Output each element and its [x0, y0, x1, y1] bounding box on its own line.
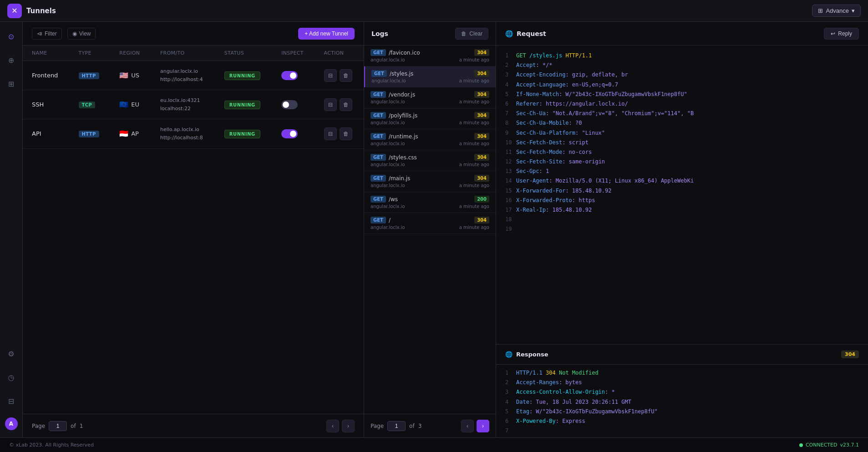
- toggle-switch[interactable]: [281, 100, 298, 109]
- topbar-left: ✕ Tunnels: [7, 4, 56, 18]
- request-header: 🌐 Request ↩ Reply: [496, 22, 868, 46]
- request-response-panel: 🌐 Request ↩ Reply 1GET /styles.js HTTP/1…: [496, 22, 868, 437]
- tunnel-delete-button[interactable]: 🗑: [340, 69, 352, 82]
- filter-button[interactable]: ⧏ Filter: [32, 28, 62, 40]
- code-line: 6Referer: https://angular.loclx.io/: [496, 99, 868, 109]
- avatar[interactable]: A: [5, 417, 18, 430]
- logs-next-button[interactable]: ›: [477, 420, 489, 432]
- tunnel-status-cell: RUNNING: [215, 119, 272, 148]
- response-code-line: 1HTTP/1.1 304 Not Modified: [496, 368, 868, 378]
- toggle-switch[interactable]: [281, 129, 298, 138]
- tunnels-next-button[interactable]: ›: [342, 420, 355, 432]
- tunnel-action-cell: ⊟ 🗑: [315, 90, 364, 119]
- code-line: 10Sec-Fetch-Dest: script: [496, 138, 868, 147]
- sidebar-item-globe[interactable]: ⊕: [4, 53, 19, 67]
- logs-panel: Logs 🗑 Clear GET /favicon.ico 304 angula…: [364, 22, 496, 437]
- tunnel-delete-button[interactable]: 🗑: [340, 98, 352, 111]
- view-button[interactable]: ◉ View: [67, 28, 96, 40]
- code-line: 14User-Agent: Mozilla/5.0 (X11; Linux x8…: [496, 176, 868, 186]
- table-row: API HTTP 🇮🇩 AP hello.ap.loclx.io http://…: [23, 119, 364, 148]
- advance-icon: ⊞: [818, 7, 823, 14]
- list-item[interactable]: GET /vendor.js 304 angular.loclx.io a mi…: [364, 87, 496, 108]
- code-line: 19: [496, 224, 868, 234]
- tunnel-name-cell: API: [23, 119, 70, 148]
- col-action: Action: [315, 46, 364, 61]
- tunnel-terminal-button[interactable]: ⊟: [324, 98, 337, 111]
- reply-button[interactable]: ↩ Reply: [824, 28, 859, 40]
- list-item[interactable]: GET /styles.js 304 angular.loclx.io a mi…: [364, 66, 496, 87]
- logs-total-pages: 3: [418, 423, 422, 429]
- tunnel-terminal-button[interactable]: ⊟: [324, 69, 337, 82]
- tunnels-page-input[interactable]: [49, 421, 67, 431]
- reply-icon: ↩: [831, 30, 835, 37]
- tunnel-inspect-cell[interactable]: [272, 61, 315, 90]
- col-fromto: From/To: [151, 46, 215, 61]
- logs-title: Logs: [371, 30, 388, 37]
- sidebar-item-grid[interactable]: ⊟: [4, 394, 19, 408]
- add-tunnel-button[interactable]: + Add new Tunnel: [298, 28, 355, 40]
- logs-list: GET /favicon.ico 304 angular.loclx.io a …: [364, 46, 496, 414]
- list-item[interactable]: GET /ws 200 angular.loclx.io a minute ag…: [364, 192, 496, 213]
- tunnel-fromto-cell: hello.ap.loclx.io http://localhost:8: [151, 119, 215, 148]
- tunnel-name-cell: Frontend: [23, 61, 70, 90]
- sidebar-item-settings[interactable]: ⚙: [4, 346, 19, 361]
- connected-label: CONNECTED: [806, 442, 838, 448]
- response-code-line: 6X-Powered-By: Express: [496, 416, 868, 426]
- tunnels-table: Name Type Region From/To Status Inspect …: [23, 46, 364, 149]
- col-type: Type: [70, 46, 111, 61]
- toggle-switch[interactable]: [281, 71, 298, 80]
- filter-icon: ⧏: [37, 30, 42, 37]
- tunnel-fromto-cell: eu.loclx.io:4321 localhost:22: [151, 90, 215, 119]
- sidebar-item-history[interactable]: ◷: [4, 370, 19, 385]
- tunnels-table-body: Frontend HTTP 🇺🇸 US angular.loclx.io htt…: [23, 61, 364, 149]
- chevron-down-icon: ▾: [852, 7, 855, 14]
- clear-icon: 🗑: [461, 30, 467, 37]
- advance-button[interactable]: ⊞ Advance ▾: [812, 5, 861, 17]
- bottom-bar: © xLab 2023. All Rights Reserved CONNECT…: [0, 437, 868, 452]
- list-item[interactable]: GET /styles.css 304 angular.loclx.io a m…: [364, 150, 496, 171]
- logs-pagination-nav: ‹ ›: [461, 420, 489, 432]
- list-item[interactable]: GET /main.js 304 angular.loclx.io a minu…: [364, 171, 496, 192]
- tunnel-status-cell: RUNNING: [215, 90, 272, 119]
- response-title-text: Response: [516, 351, 548, 358]
- topbar-right: ⊞ Advance ▾: [812, 5, 861, 17]
- sidebar: ⊙ ⊕ ⊞ ⚙ ◷ ⊟ A: [0, 22, 23, 437]
- col-region: Region: [110, 46, 151, 61]
- tunnel-inspect-cell[interactable]: [272, 90, 315, 119]
- table-row: Frontend HTTP 🇺🇸 US angular.loclx.io htt…: [23, 61, 364, 90]
- col-name: Name: [23, 46, 70, 61]
- connected-dot: [799, 443, 803, 447]
- code-line: 8Sec-Ch-Ua-Mobile: ?0: [496, 118, 868, 128]
- code-line: 9Sec-Ch-Ua-Platform: "Linux": [496, 128, 868, 138]
- tunnel-inspect-cell[interactable]: [272, 119, 315, 148]
- clear-button[interactable]: 🗑 Clear: [455, 28, 488, 40]
- page-label: Page: [32, 423, 45, 429]
- tunnels-pagination-nav: ‹ ›: [326, 420, 355, 432]
- sidebar-item-tunnels[interactable]: ⊙: [4, 29, 19, 44]
- list-item[interactable]: GET /favicon.ico 304 angular.loclx.io a …: [364, 46, 496, 66]
- logs-page-input[interactable]: [387, 421, 406, 431]
- code-line: 17X-Real-Ip: 185.48.10.92: [496, 205, 868, 215]
- list-item[interactable]: GET /polyfills.js 304 angular.loclx.io a…: [364, 108, 496, 129]
- logs-header: Logs 🗑 Clear: [364, 22, 496, 46]
- copyright-text: © xLab 2023. All Rights Reserved: [9, 442, 94, 448]
- view-icon: ◉: [72, 30, 77, 37]
- tunnels-prev-button[interactable]: ‹: [326, 420, 339, 432]
- tunnels-header-left: ⧏ Filter ◉ View: [32, 28, 96, 40]
- tunnel-delete-button[interactable]: 🗑: [340, 127, 352, 140]
- tunnels-header: ⧏ Filter ◉ View + Add new Tunnel: [23, 22, 364, 46]
- list-item[interactable]: GET / 304 angular.loclx.io a minute ago: [364, 213, 496, 234]
- tunnels-table-container: Name Type Region From/To Status Inspect …: [23, 46, 364, 414]
- response-status-code: 304: [841, 350, 859, 358]
- sidebar-item-bookmark[interactable]: ⊞: [4, 76, 19, 91]
- logs-of-label: of: [409, 423, 415, 429]
- list-item[interactable]: GET /runtime.js 304 angular.loclx.io a m…: [364, 129, 496, 150]
- response-code-section: 1HTTP/1.1 304 Not Modified2Accept-Ranges…: [496, 365, 868, 437]
- logs-pagination-left: Page of 3: [371, 421, 421, 431]
- tunnel-terminal-button[interactable]: ⊟: [324, 127, 337, 140]
- tunnel-type-cell: TCP: [70, 90, 111, 119]
- response-header: 🌐 Response 304: [496, 345, 868, 365]
- content-area: ⧏ Filter ◉ View + Add new Tunnel: [23, 22, 868, 437]
- code-line: 4Accept-Language: en-US,en;q=0.7: [496, 80, 868, 90]
- logs-prev-button[interactable]: ‹: [461, 420, 474, 432]
